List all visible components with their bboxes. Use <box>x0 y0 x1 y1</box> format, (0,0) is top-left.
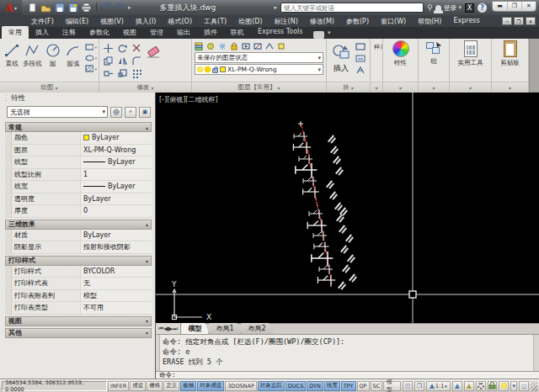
property-row[interactable]: 阴影显示投射和接收阴影 <box>5 241 152 254</box>
groups-panel-label[interactable] <box>419 82 449 93</box>
ribbon-tab[interactable]: 常用 <box>2 26 29 39</box>
layer-thaw-icon[interactable] <box>205 66 211 72</box>
block-text-label[interactable] <box>329 191 339 200</box>
property-value[interactable]: XL-PM-Q-Wrong <box>81 145 152 156</box>
ribbon-tab[interactable]: Express Tools <box>251 26 310 39</box>
layer-unlock-icon[interactable] <box>212 68 218 73</box>
block-text-label[interactable] <box>349 273 358 283</box>
save-button[interactable] <box>54 3 65 13</box>
pole-block-symbol[interactable] <box>303 187 319 198</box>
erase-button[interactable] <box>143 40 163 59</box>
style-panel-label[interactable] <box>371 82 382 93</box>
palette-section-header[interactable]: 打印样式▴ <box>5 256 152 266</box>
status-toggle-栅格[interactable]: 栅格 <box>147 381 163 391</box>
block-text-label[interactable] <box>333 156 342 165</box>
property-row[interactable]: 打印表类型不可用 <box>5 302 152 315</box>
array-icon[interactable] <box>130 67 143 79</box>
tray-chevron-icon[interactable]: ▾ <box>510 381 517 391</box>
palette-grip-icon[interactable]: ⋮ <box>3 94 8 102</box>
block-text-label[interactable] <box>339 225 348 234</box>
status-toggle-qp[interactable]: QP <box>357 381 370 391</box>
attribute-icon[interactable] <box>355 66 366 76</box>
ribbon-tab[interactable]: 联机 <box>224 26 251 39</box>
palette-section-header[interactable]: 三维效果▴ <box>5 220 152 230</box>
ribbon-tab[interactable]: 插入 <box>29 26 56 39</box>
doc-minimize-button[interactable]: ─ <box>502 17 512 25</box>
property-row[interactable]: 线型ByLayer <box>5 156 152 169</box>
status-toggle-线宽[interactable]: 线宽 <box>324 381 340 391</box>
property-row[interactable]: 线型比例1 <box>5 169 152 182</box>
pole-block-symbol[interactable] <box>319 265 333 274</box>
menu-item[interactable]: 修改(M) <box>304 17 340 26</box>
palette-title-bar[interactable]: ⋮ 特性 <box>0 93 155 103</box>
ribbon-tab[interactable]: 视图 <box>116 26 143 39</box>
section-caret-icon[interactable]: ▾ <box>146 318 148 324</box>
calculator-icon[interactable] <box>464 40 478 57</box>
drawing-canvas[interactable]: XY <box>156 93 539 323</box>
layers-panel-label[interactable]: 图层【常用】 <box>192 82 326 93</box>
block-text-label[interactable] <box>340 245 350 254</box>
help-button[interactable]: ? <box>478 3 487 13</box>
block-text-label[interactable] <box>345 234 355 243</box>
property-value[interactable]: 不可用 <box>81 302 152 314</box>
copy-icon[interactable] <box>101 55 115 66</box>
property-row[interactable]: 透明度ByLayer <box>5 193 152 206</box>
command-scrollbar[interactable] <box>533 335 539 371</box>
ribbon-tab[interactable]: 插件 <box>197 26 224 39</box>
menu-item[interactable]: 绘图(D) <box>232 17 268 26</box>
block-text-label[interactable] <box>347 254 356 263</box>
layer-isolate-icon[interactable] <box>242 42 251 50</box>
property-row[interactable]: 线宽ByLayer <box>5 181 152 193</box>
property-value[interactable]: 投射和接收阴影 <box>81 241 152 253</box>
menu-item[interactable]: 视图(V) <box>94 17 130 26</box>
pole-block-symbol[interactable] <box>314 242 329 252</box>
section-caret-icon[interactable]: ▾ <box>146 330 148 336</box>
circle-button[interactable]: 圆 <box>43 40 63 68</box>
block-panel-label[interactable]: 块 <box>327 82 370 93</box>
pole-block-symbol[interactable] <box>299 155 312 164</box>
menu-item[interactable]: 插入(I) <box>130 17 163 26</box>
property-row[interactable]: 打印样式表无 <box>5 278 152 290</box>
section-caret-icon[interactable]: ▴ <box>146 124 148 130</box>
block-text-label[interactable] <box>342 264 351 273</box>
command-history[interactable]: 命令: 指定对角点或 [栏选(F)/圈围(WP)/圈交(CP)]:命令: eER… <box>156 334 539 371</box>
quick-view-drawings-icon[interactable]: ❐ <box>414 381 424 391</box>
search-icon[interactable]: ⚲ <box>427 3 433 12</box>
property-value[interactable]: 模型 <box>81 290 152 302</box>
status-toggle-sc[interactable]: SC <box>371 381 383 391</box>
status-toggle-对象捕捉[interactable]: 对象捕捉 <box>197 381 224 391</box>
block-text-label[interactable] <box>330 146 339 155</box>
doc-restore-button[interactable]: ❐ <box>514 17 524 25</box>
infocenter-collapse-icon[interactable]: ▸ <box>274 4 277 11</box>
property-row[interactable]: 图层XL-PM-Q-Wrong <box>5 145 152 157</box>
line-button[interactable]: 直线 <box>2 40 22 68</box>
mirror-icon[interactable] <box>115 55 129 66</box>
property-row[interactable]: 厚度0 <box>5 205 152 218</box>
search-input[interactable] <box>280 3 424 13</box>
redo-button[interactable] <box>115 3 125 13</box>
block-text-label[interactable] <box>326 180 335 189</box>
properties-color-wheel-icon[interactable] <box>392 40 409 57</box>
layer-dropdown[interactable]: XL-PM-Q-Wrong <box>195 64 323 75</box>
tray-bulb-icon[interactable] <box>499 381 509 391</box>
layer-prev-icon[interactable] <box>277 42 286 50</box>
trim-icon[interactable] <box>130 42 143 54</box>
menu-item[interactable]: 工具(T) <box>198 17 232 26</box>
group-icon[interactable] <box>425 40 442 56</box>
property-value[interactable]: ByLayer <box>81 132 152 144</box>
status-toggle-对象追踪[interactable]: 对象追踪 <box>258 381 285 391</box>
palette-section-header[interactable]: 其他▾ <box>5 328 152 338</box>
property-value[interactable]: BYCOLOR <box>81 266 152 278</box>
status-toggle-tpy[interactable]: TPY <box>341 381 356 391</box>
sign-in-button[interactable]: 登录 ▾ <box>435 3 462 13</box>
model-space-button[interactable]: 模型 <box>383 381 401 391</box>
ribbon-tab[interactable]: 输出 <box>170 26 197 39</box>
menu-item[interactable]: 参数(P) <box>340 17 375 26</box>
screen-capture-icon[interactable] <box>313 31 324 39</box>
section-caret-icon[interactable]: ▴ <box>146 257 148 263</box>
quick-select-button[interactable]: ⚡ <box>125 107 136 118</box>
menu-item[interactable]: 帮助(H) <box>412 17 447 26</box>
section-caret-icon[interactable]: ▴ <box>146 221 148 227</box>
toggle-pickadd-button[interactable]: ⨁ <box>110 107 122 118</box>
status-toggle-dyn[interactable]: DYN <box>307 381 323 391</box>
